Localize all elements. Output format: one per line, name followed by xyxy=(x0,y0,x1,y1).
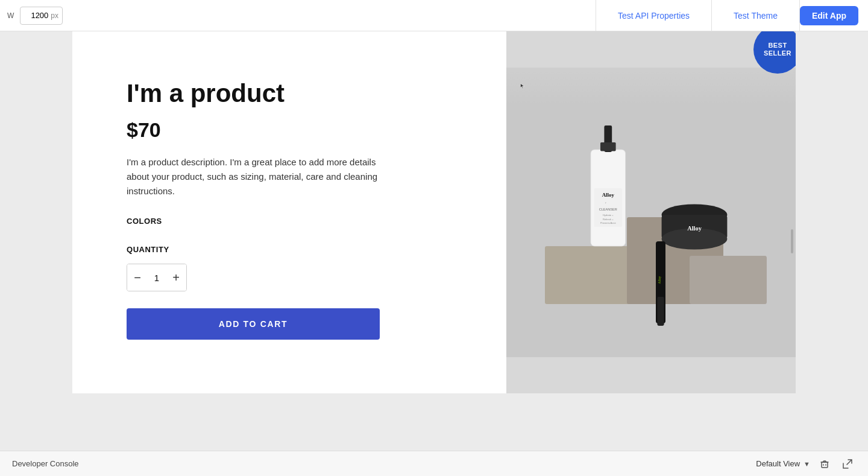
width-unit: px xyxy=(51,11,58,20)
svg-rect-22 xyxy=(822,462,828,468)
svg-rect-21 xyxy=(506,68,796,106)
default-view-select[interactable]: Default View ▼ xyxy=(756,459,810,468)
svg-rect-19 xyxy=(657,297,664,326)
toolbar-right: Edit App xyxy=(800,6,868,25)
product-image-panel: BESTSELLER Alloy ᵞ CLEANSE xyxy=(506,31,796,393)
svg-text:Hydrate +: Hydrate + xyxy=(603,214,614,217)
add-to-cart-button[interactable]: ADD TO CART xyxy=(127,308,380,340)
svg-text:CLEANSER: CLEANSER xyxy=(599,208,617,211)
tab-api-properties[interactable]: Test API Properties xyxy=(596,0,712,31)
quantity-value: 1 xyxy=(148,273,166,283)
badge-text: BESTSELLER xyxy=(764,42,791,57)
chevron-down-icon: ▼ xyxy=(804,460,810,468)
svg-text:Alloy: Alloy xyxy=(658,276,661,284)
product-info-panel: I'm a product $70 I'm a product descript… xyxy=(72,31,506,393)
svg-text:Refresh +: Refresh + xyxy=(603,218,614,221)
quantity-decrease-button[interactable]: − xyxy=(127,264,148,291)
product-image: Alloy ᵞ CLEANSER Hydrate + Refresh + Pre… xyxy=(506,31,796,393)
default-view-label: Default View xyxy=(756,459,800,468)
quantity-label: QUANTITY xyxy=(127,245,470,254)
product-card: I'm a product $70 I'm a product descript… xyxy=(72,31,796,393)
svg-rect-6 xyxy=(600,142,616,151)
drag-handle-right[interactable] xyxy=(788,223,796,259)
quantity-section: QUANTITY − 1 + xyxy=(127,245,470,291)
product-name: I'm a product xyxy=(127,80,470,107)
quantity-increase-button[interactable]: + xyxy=(166,264,186,291)
colors-label: COLORS xyxy=(127,217,470,226)
quantity-row: − 1 + xyxy=(127,264,187,291)
svg-text:Alloy: Alloy xyxy=(602,192,615,198)
product-description: I'm a product description. I'm a great p… xyxy=(127,155,380,198)
expand-icon xyxy=(843,459,852,469)
width-label: W xyxy=(7,11,14,20)
width-input-group[interactable]: px xyxy=(20,7,63,25)
expand-icon-button[interactable] xyxy=(839,455,856,472)
svg-rect-0 xyxy=(506,68,796,357)
developer-console-label: Developer Console xyxy=(12,459,79,468)
toolbar-left: W px xyxy=(0,7,596,25)
canvas-area: I'm a product $70 I'm a product descript… xyxy=(0,31,868,451)
svg-text:Prevents Acne: Prevents Acne xyxy=(600,221,617,224)
colors-section: COLORS xyxy=(127,217,470,226)
bottom-right-controls: Default View ▼ xyxy=(756,455,856,472)
tab-test-theme[interactable]: Test Theme xyxy=(712,0,799,31)
svg-rect-3 xyxy=(690,256,767,304)
product-price: $70 xyxy=(127,118,470,142)
edit-app-button[interactable]: Edit App xyxy=(800,6,858,25)
bottom-bar: Developer Console Default View ▼ xyxy=(0,451,868,476)
width-input[interactable] xyxy=(24,11,48,20)
trash-icon-button[interactable] xyxy=(816,455,833,472)
toolbar: W px Test API Properties Test Theme Edit… xyxy=(0,0,868,31)
trash-icon xyxy=(820,459,829,469)
svg-text:Alloy: Alloy xyxy=(687,225,702,232)
toolbar-tabs: Test API Properties Test Theme xyxy=(596,0,800,31)
